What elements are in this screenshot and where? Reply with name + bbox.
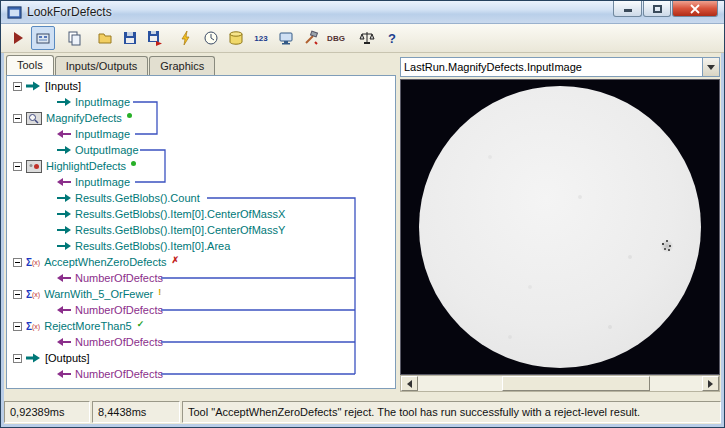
- io-arrow-icon: [26, 80, 41, 92]
- tree-node-outputs-group[interactable]: [Outputs]: [7, 350, 395, 366]
- image-horizontal-scrollbar[interactable]: [400, 375, 720, 392]
- scroll-right-button[interactable]: [702, 376, 719, 391]
- tab-inputs-outputs[interactable]: Inputs/Outputs: [55, 56, 149, 75]
- tree-terminal-centerofmassx[interactable]: Results.GetBlobs().Item[0].CenterOfMassX: [7, 206, 395, 222]
- scroll-left-button[interactable]: [401, 376, 418, 391]
- input-arrow-icon: [57, 177, 71, 187]
- collapse-icon[interactable]: [13, 354, 22, 363]
- monitor-icon: [278, 30, 294, 46]
- copy-icon: [66, 30, 82, 46]
- run-once-button[interactable]: [174, 26, 198, 50]
- app-icon: [7, 5, 22, 20]
- run-button[interactable]: [6, 26, 30, 50]
- save-image-button[interactable]: [143, 26, 167, 50]
- save-button[interactable]: [118, 26, 142, 50]
- debug-button[interactable]: DBG: [324, 26, 348, 50]
- input-arrow-icon: [57, 369, 71, 379]
- magnify-tool-icon: [26, 112, 42, 125]
- maximize-icon: [653, 5, 662, 13]
- highlight-tool-icon: [26, 160, 42, 173]
- tree-terminal-reject-numberofdefects[interactable]: NumberOfDefects: [7, 334, 395, 350]
- save-image-icon: [147, 30, 163, 46]
- io-arrow-icon: [26, 352, 41, 364]
- tree-terminal-centerofmassy[interactable]: Results.GetBlobs().Item[0].CenterOfMassY: [7, 222, 395, 238]
- tree-terminal-magnify-outputimage[interactable]: OutputImage: [7, 142, 395, 158]
- current-image-toggle-button[interactable]: [31, 26, 55, 50]
- maximize-button[interactable]: [643, 1, 671, 17]
- sigma-tool-icon: Σ(x): [26, 321, 40, 332]
- status-ran-icon: [131, 161, 136, 166]
- image-source-value: LastRun.MagnifyDefects.InputImage: [401, 61, 702, 73]
- database-button[interactable]: [224, 26, 248, 50]
- monitor-button[interactable]: [274, 26, 298, 50]
- minimize-button[interactable]: [613, 1, 642, 17]
- profiler-button[interactable]: [355, 26, 379, 50]
- image-source-dropdown[interactable]: LastRun.MagnifyDefects.InputImage: [400, 57, 720, 77]
- close-button[interactable]: [672, 1, 718, 17]
- input-arrow-icon: [57, 337, 71, 347]
- window-title: LookForDefects: [27, 5, 112, 19]
- save-icon: [122, 30, 138, 46]
- status-warn-icon: !: [158, 287, 161, 297]
- run-icon: [10, 30, 26, 46]
- open-button[interactable]: [93, 26, 117, 50]
- dropdown-button[interactable]: [702, 58, 719, 76]
- status-ran-icon: [127, 113, 132, 118]
- image-display[interactable]: [400, 79, 720, 375]
- collapse-icon[interactable]: [13, 258, 22, 267]
- arrow-right-icon: [708, 380, 713, 388]
- title-bar[interactable]: LookForDefects: [1, 1, 724, 24]
- input-arrow-icon: [57, 273, 71, 283]
- output-arrow-icon: [57, 225, 71, 235]
- tab-graphics[interactable]: Graphics: [149, 56, 215, 75]
- close-icon: [690, 4, 700, 14]
- inspected-disc-image: [419, 86, 701, 368]
- output-arrow-icon: [57, 193, 71, 203]
- defect-blob: [657, 236, 677, 256]
- database-icon: [228, 30, 244, 46]
- timer-button[interactable]: [199, 26, 223, 50]
- scrollbar-thumb[interactable]: [502, 376, 650, 391]
- tools-icon: [303, 30, 319, 46]
- tree-terminal-inputs-inputimage[interactable]: InputImage: [7, 94, 395, 110]
- collapse-icon[interactable]: [13, 162, 22, 171]
- input-arrow-icon: [57, 129, 71, 139]
- output-arrow-icon: [57, 97, 71, 107]
- tree-node-magnifydefects[interactable]: MagnifyDefects: [7, 110, 395, 126]
- tree-node-acceptwhenzerodefects[interactable]: Σ(x) AcceptWhenZeroDefects ✗: [7, 254, 395, 270]
- minimize-icon: [624, 9, 632, 12]
- tree-terminal-blobs-count[interactable]: Results.GetBlobs().Count: [7, 190, 395, 206]
- chevron-down-icon: [707, 65, 715, 70]
- tree-terminal-highlight-inputimage[interactable]: InputImage: [7, 174, 395, 190]
- tree-terminal-outputs-numberofdefects[interactable]: NumberOfDefects: [7, 366, 395, 382]
- tree-node-inputs-group[interactable]: [Inputs]: [7, 78, 395, 94]
- collapse-icon[interactable]: [13, 322, 22, 331]
- scrollbar-track[interactable]: [418, 376, 702, 391]
- help-icon: ?: [388, 31, 396, 46]
- main-toolbar: 123 DBG ?: [1, 24, 724, 53]
- tools-button[interactable]: [299, 26, 323, 50]
- numeric-display-button[interactable]: 123: [249, 26, 273, 50]
- collapse-icon[interactable]: [13, 82, 22, 91]
- debug-dbg-icon: DBG: [327, 34, 345, 43]
- tree-terminal-magnify-inputimage[interactable]: InputImage: [7, 126, 395, 142]
- tree-terminal-warn-numberofdefects[interactable]: NumberOfDefects: [7, 302, 395, 318]
- collapse-icon[interactable]: [13, 290, 22, 299]
- help-button[interactable]: ?: [380, 26, 404, 50]
- clock-icon: [203, 30, 219, 46]
- status-reject-icon: ✗: [171, 255, 179, 265]
- arrow-left-icon: [407, 380, 412, 388]
- status-message: Tool "AcceptWhenZeroDefects" reject. The…: [182, 401, 721, 423]
- tree-terminal-area[interactable]: Results.GetBlobs().Item[0].Area: [7, 238, 395, 254]
- tab-tools[interactable]: Tools: [6, 55, 54, 75]
- copy-button[interactable]: [62, 26, 86, 50]
- status-time-2: 8,4438ms: [92, 401, 180, 423]
- tree-node-highlightdefects[interactable]: HighlightDefects: [7, 158, 395, 174]
- tree-node-warnwith5orfewer[interactable]: Σ(x) WarnWith_5_OrFewer !: [7, 286, 395, 302]
- tree-terminal-accept-numberofdefects[interactable]: NumberOfDefects: [7, 270, 395, 286]
- current-image-icon: [35, 30, 51, 46]
- tree-node-rejectmorethan5[interactable]: Σ(x) RejectMoreThan5 ✓: [7, 318, 395, 334]
- collapse-icon[interactable]: [13, 114, 22, 123]
- input-arrow-icon: [57, 305, 71, 315]
- output-arrow-icon: [57, 241, 71, 251]
